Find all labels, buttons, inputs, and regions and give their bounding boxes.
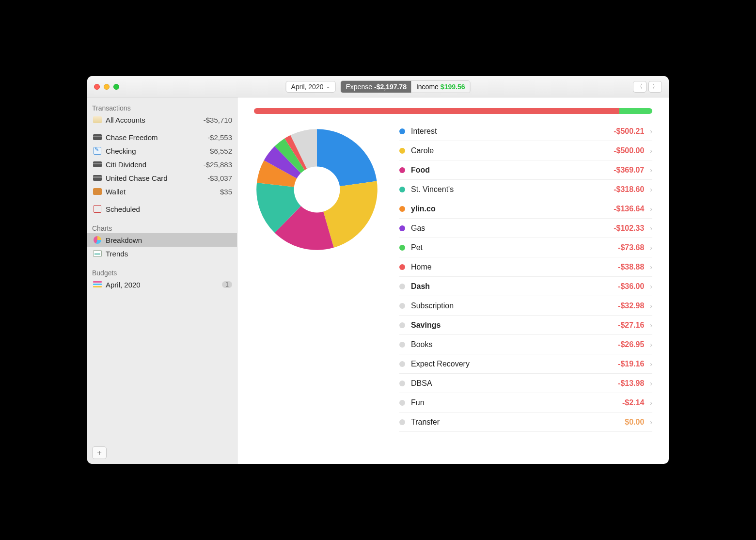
category-swatch-icon [399,342,405,348]
month-dropdown[interactable]: April, 2020 ⌄ [286,81,336,93]
chevron-down-icon: ⌄ [326,84,330,89]
category-row[interactable]: Pet-$73.68› [399,238,652,257]
sidebar-item-label: Breakdown [106,236,232,244]
add-button[interactable]: ＋ [92,446,107,459]
expense-amount: -$2,197.78 [374,83,407,91]
sidebar-item-checking[interactable]: Checking$6,552 [87,144,237,158]
calendar-icon [93,205,102,213]
sidebar-item-citi-dividend[interactable]: Citi Dividend-$25,883 [87,158,237,171]
chevron-right-icon: › [650,205,652,213]
category-name: Subscription [411,302,612,310]
category-name: Fun [411,398,616,407]
next-month-button[interactable]: 〉 [648,81,662,93]
category-amount: $0.00 [625,418,644,427]
category-row[interactable]: Gas-$102.33› [399,219,652,238]
chevron-right-icon: › [650,147,652,155]
chevron-right-icon: › [650,263,652,271]
category-swatch-icon [399,167,405,173]
sidebar-item-trends[interactable]: Trends [87,247,237,260]
donut-hole [294,167,340,213]
category-name: Food [411,166,608,175]
category-swatch-icon [399,322,405,328]
category-swatch-icon [399,148,405,154]
sidebar-item-breakdown[interactable]: Breakdown [87,233,237,247]
category-row[interactable]: St. Vincent's-$318.60› [399,180,652,199]
bar-expense-portion [254,108,619,114]
category-row[interactable]: Carole-$500.00› [399,141,652,160]
category-swatch-icon [399,225,405,231]
titlebar: April, 2020 ⌄ Expense -$2,197.78 Income … [87,76,669,97]
sidebar-item-wallet[interactable]: Wallet$35 [87,185,237,198]
zoom-window-button[interactable] [113,84,119,90]
sidebar-item-value: -$25,883 [204,160,232,169]
expense-segment[interactable]: Expense -$2,197.78 [341,81,411,93]
category-row[interactable]: Dash-$36.00› [399,277,652,296]
category-row[interactable]: Subscription-$32.98› [399,296,652,316]
sidebar-item-value: -$3,037 [207,174,232,182]
category-amount: -$73.68 [618,243,644,252]
sidebar: TransactionsAll Accounts-$35,710Chase Fr… [87,97,237,464]
chevron-right-icon: › [650,186,652,193]
category-swatch-icon [399,303,405,309]
expense-income-bar [254,108,652,114]
card-icon [93,160,102,169]
sidebar-item-value: -$2,553 [207,133,232,142]
category-row[interactable]: Books-$26.95› [399,335,652,354]
card-icon [93,133,102,142]
chevron-right-icon: › [650,321,652,329]
category-name: ylin.co [411,205,608,213]
sidebar-item-label: Wallet [106,188,216,196]
trend-icon [93,249,102,258]
category-name: Books [411,340,612,349]
bar-income-portion [619,108,652,114]
budget-icon [93,280,102,289]
category-row[interactable]: Expect Recovery-$19.16› [399,354,652,374]
category-row[interactable]: ylin.co-$136.64› [399,199,652,219]
sidebar-item-united-chase[interactable]: United Chase Card-$3,037 [87,171,237,185]
sidebar-item-value: $35 [220,188,232,196]
category-name: Savings [411,321,612,330]
month-nav: 〈 〉 [633,81,662,93]
sidebar-item-chase-freedom[interactable]: Chase Freedom-$2,553 [87,130,237,144]
sidebar-scroll[interactable]: TransactionsAll Accounts-$35,710Chase Fr… [87,97,237,464]
sidebar-item-value: -$35,710 [204,116,232,124]
category-row[interactable]: Food-$369.07› [399,160,652,180]
sidebar-item-budget-april[interactable]: April, 20201 [87,278,237,291]
category-name: Home [411,263,612,271]
sidebar-item-value: $6,552 [210,147,232,155]
category-row[interactable]: Home-$38.88› [399,257,652,277]
income-segment[interactable]: Income $199.56 [411,81,470,93]
category-name: St. Vincent's [411,185,608,194]
category-swatch-icon [399,264,405,270]
chevron-right-icon: › [650,360,652,368]
minimize-window-button[interactable] [104,84,110,90]
category-amount: -$32.98 [618,302,644,310]
category-name: Transfer [411,418,619,427]
sidebar-item-label: Citi Dividend [106,160,200,169]
category-row[interactable]: Savings-$27.16› [399,316,652,335]
category-swatch-icon [399,128,405,134]
prev-month-button[interactable]: 〈 [633,81,646,93]
category-swatch-icon [399,187,405,192]
window-controls [94,84,119,90]
category-amount: -$26.95 [618,340,644,349]
category-row[interactable]: Interest-$500.21› [399,122,652,141]
category-row[interactable]: Transfer$0.00› [399,413,652,432]
main-content: Interest-$500.21›Carole-$500.00›Food-$36… [237,97,669,464]
sidebar-item-all-accounts[interactable]: All Accounts-$35,710 [87,113,237,127]
category-row[interactable]: Fun-$2.14› [399,393,652,413]
category-amount: -$13.98 [618,379,644,388]
chevron-right-icon: › [650,244,652,252]
breakdown-donut-chart [254,127,380,253]
category-amount: -$19.16 [618,360,644,368]
category-amount: -$318.60 [614,185,644,194]
category-name: Expect Recovery [411,360,612,368]
chevron-right-icon: › [650,224,652,232]
sidebar-item-scheduled[interactable]: Scheduled [87,202,237,216]
close-window-button[interactable] [94,84,100,90]
category-row[interactable]: DBSA-$13.98› [399,374,652,393]
check-icon [93,146,102,155]
category-swatch-icon [399,419,405,425]
category-swatch-icon [399,381,405,386]
sidebar-section-header: Budgets [87,266,237,278]
